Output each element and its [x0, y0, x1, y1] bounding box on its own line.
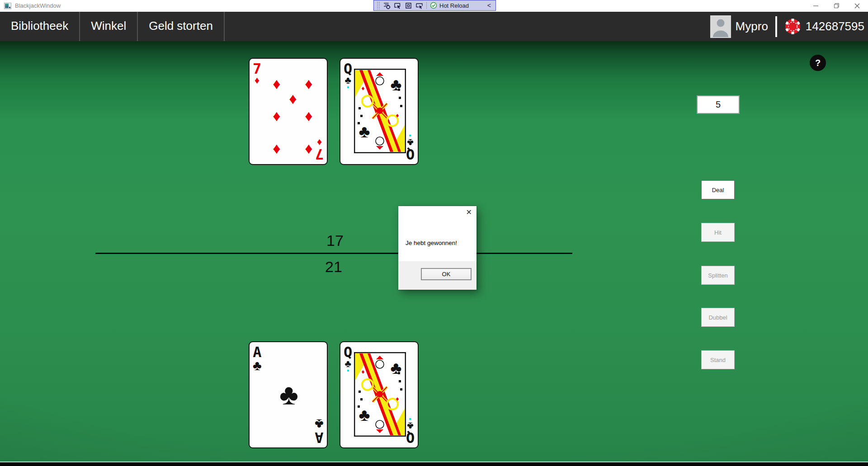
restore-button[interactable]	[826, 0, 847, 12]
club-icon: ♣	[253, 359, 262, 372]
diamond-pip: ♦	[273, 141, 280, 156]
blackjack-window: BlackjackWindow	[0, 0, 868, 466]
diamond-pip: ♦	[273, 108, 280, 123]
dealer-card-7-of-diamonds: 7 ♦ ♦ ♦ ♦ ♦ ♦ ♦ ♦ 7 ♦	[249, 58, 328, 165]
diamond-icon: ♦	[255, 75, 259, 85]
svg-text:♣: ♣	[391, 75, 402, 94]
restore-icon	[826, 0, 847, 12]
deal-button[interactable]: Deal	[701, 180, 735, 199]
club-icon: ♣	[407, 137, 413, 147]
double-button[interactable]: Dubbel	[701, 308, 735, 327]
dealer-card-queen-of-clubs: Q ♣	[340, 58, 419, 165]
split-button[interactable]: Splitten	[701, 266, 735, 285]
navbar-user-area: Mypro 142687595	[710, 12, 864, 41]
bet-input[interactable]: 5	[697, 95, 740, 114]
diamond-pip: ♦	[289, 91, 297, 106]
queen-face-art: ♣ ♣ ♦ ♦	[354, 69, 406, 153]
titlebar: BlackjackWindow	[0, 0, 868, 12]
help-button[interactable]: ?	[810, 55, 826, 71]
pixel-artifact	[347, 370, 349, 372]
live-visual-tree-icon[interactable]	[383, 2, 391, 9]
card-rank: Q	[406, 147, 415, 161]
window-controls	[806, 0, 868, 12]
dialog-close-icon[interactable]: ✕	[466, 209, 472, 216]
dealer-score: 17	[326, 233, 344, 248]
select-element-icon[interactable]	[394, 2, 401, 9]
balance-value: 142687595	[806, 19, 864, 33]
track-focused-element-icon[interactable]	[415, 2, 423, 9]
poker-chip-icon	[784, 18, 801, 35]
dialog-ok-button[interactable]: OK	[421, 268, 472, 280]
queen-face-art: ♣ ♣ ♦ ♦	[354, 352, 406, 437]
svg-text:♣: ♣	[359, 122, 370, 141]
card-rank: 7	[315, 147, 324, 161]
pixel-artifact	[347, 86, 349, 88]
club-icon: ♣	[344, 75, 351, 85]
pixel-artifact	[409, 418, 411, 420]
hot-reload-check-icon	[430, 2, 437, 9]
diamond-pip: ♦	[305, 141, 312, 156]
player-card-queen-of-clubs: Q ♣	[340, 341, 419, 448]
card-rank: 7	[253, 61, 261, 76]
layout-adorners-icon[interactable]	[405, 2, 412, 9]
username: Mypro	[736, 19, 768, 33]
app-icon	[4, 2, 11, 9]
window-title: BlackjackWindow	[15, 0, 61, 12]
dialog-footer: OK	[398, 261, 476, 290]
hit-button[interactable]: Hit	[701, 223, 735, 242]
card-rank: A	[253, 345, 261, 359]
close-icon	[847, 0, 868, 12]
svg-text:♣: ♣	[391, 358, 402, 377]
card-rank: Q	[344, 345, 352, 359]
card-rank: Q	[406, 430, 415, 445]
diamond-pip: ♦	[273, 76, 280, 91]
player-score: 21	[325, 259, 342, 274]
svg-text:♦: ♦	[361, 85, 364, 92]
big-club-pip: ♣	[279, 380, 298, 409]
club-icon: ♣	[407, 421, 413, 431]
debug-toolbar: Hot Reload <	[373, 0, 496, 11]
diamond-pip: ♦	[305, 108, 312, 123]
diamond-icon: ♦	[317, 137, 322, 147]
svg-text:♦: ♦	[361, 368, 364, 375]
svg-text:♦: ♦	[396, 395, 399, 402]
avatar	[710, 15, 731, 38]
toolbar-grip-handle[interactable]	[377, 1, 380, 9]
card-rank: Q	[344, 61, 352, 76]
player-card-ace-of-clubs: A ♣ ♣ A ♣	[249, 341, 328, 448]
score-divider-line	[95, 253, 572, 254]
nav-item-bibliotheek[interactable]: Bibliotheek	[0, 12, 80, 41]
dialog-message: Je hebt gewonnen!	[406, 240, 457, 246]
minimize-icon	[806, 0, 826, 12]
card-rank: A	[315, 430, 324, 445]
game-table: 7 ♦ ♦ ♦ ♦ ♦ ♦ ♦ ♦ 7 ♦ Q ♣	[0, 41, 868, 461]
nav-item-geld-storten[interactable]: Geld storten	[138, 12, 225, 41]
navbar: Bibliotheek Winkel Geld storten Mypro	[0, 12, 868, 41]
toolbar-separator	[426, 2, 427, 9]
win-dialog: ✕ Je hebt gewonnen! OK	[398, 206, 476, 290]
toolbar-collapse-chevron[interactable]: <	[487, 2, 493, 9]
svg-text:♣: ♣	[359, 405, 370, 424]
svg-text:♦: ♦	[396, 112, 399, 119]
hot-reload-button[interactable]: Hot Reload	[430, 2, 469, 9]
stand-button[interactable]: Stand	[701, 350, 735, 369]
hot-reload-label: Hot Reload	[439, 2, 469, 9]
club-icon: ♣	[344, 359, 351, 369]
bottom-edge-bar	[0, 461, 868, 466]
pixel-artifact	[409, 135, 411, 137]
close-button[interactable]	[847, 0, 868, 12]
nav-item-winkel[interactable]: Winkel	[80, 12, 138, 41]
diamond-pip: ♦	[305, 76, 312, 91]
navbar-divider	[775, 16, 777, 37]
minimize-button[interactable]	[806, 0, 826, 12]
club-icon: ♣	[315, 417, 324, 431]
